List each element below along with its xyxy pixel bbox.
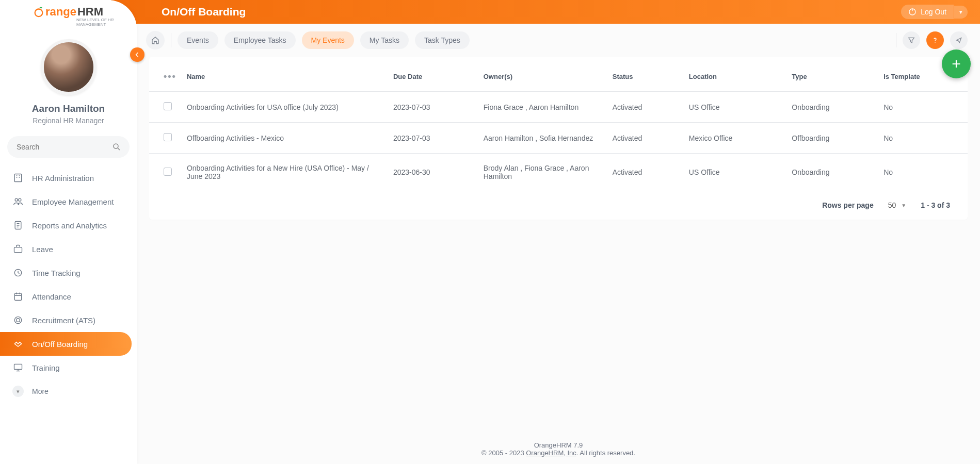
svg-point-20 — [14, 317, 21, 323]
nav-recruitment[interactable]: Recruitment (ATS) — [0, 308, 137, 332]
cell-status: Activated — [607, 92, 684, 123]
divider — [171, 33, 171, 47]
nav-reports[interactable]: Reports and Analytics — [0, 213, 137, 237]
home-button[interactable] — [146, 31, 165, 49]
cell-template: No — [878, 123, 968, 154]
logout-dropdown[interactable]: ▾ — [954, 6, 968, 19]
orange-icon — [33, 6, 44, 18]
search-input[interactable] — [15, 142, 112, 152]
page-title: On/Off Boarding — [137, 6, 246, 18]
sidebar-collapse-button[interactable] — [130, 47, 144, 62]
nav-hr-administration[interactable]: HR Administration — [0, 166, 137, 190]
svg-rect-14 — [14, 247, 22, 253]
nav-time-tracking[interactable]: Time Tracking — [0, 261, 137, 285]
avatar[interactable] — [41, 39, 97, 95]
nav-label: More — [32, 387, 49, 395]
table-row[interactable]: Onboarding Activities for a New Hire (US… — [149, 154, 968, 191]
building-icon — [12, 172, 24, 184]
report-icon — [12, 220, 24, 231]
nav-training[interactable]: Training — [0, 356, 137, 379]
footer-link[interactable]: OrangeHRM, Inc — [526, 449, 576, 457]
col-type[interactable]: Type — [786, 62, 878, 92]
nav-more[interactable]: ▾ More — [0, 379, 137, 403]
cell-owners: Aaron Hamilton , Sofia Hernandez — [478, 123, 607, 154]
training-icon — [12, 362, 24, 373]
help-button[interactable] — [926, 31, 944, 49]
plus-icon: + — [952, 55, 961, 73]
footer-copy-a: © 2005 - 2023 — [481, 449, 526, 457]
col-location[interactable]: Location — [684, 62, 787, 92]
add-button[interactable]: + — [942, 49, 971, 78]
nav-label: Training — [32, 363, 60, 372]
tab-task-types[interactable]: Task Types — [415, 31, 470, 49]
sidebar-nav: HR Administration Employee Management Re… — [0, 166, 137, 403]
cell-type: Onboarding — [786, 154, 878, 191]
sidebar-search[interactable] — [7, 136, 130, 158]
cell-location: US Office — [684, 154, 787, 191]
col-name[interactable]: Name — [182, 62, 388, 92]
svg-line-2 — [118, 148, 120, 150]
nav-label: Employee Management — [32, 197, 114, 206]
nav-label: Reports and Analytics — [32, 221, 107, 230]
col-status[interactable]: Status — [607, 62, 684, 92]
table-row[interactable]: Offboarding Activities - Mexico 2023-07-… — [149, 123, 968, 154]
user-role: Regional HR Manager — [0, 117, 137, 125]
nav-employee-management[interactable]: Employee Management — [0, 190, 137, 213]
nav-onoff-boarding[interactable]: On/Off Boarding — [0, 332, 132, 356]
calendar-icon — [12, 291, 24, 302]
cell-due: 2023-07-03 — [388, 92, 478, 123]
row-checkbox[interactable] — [164, 133, 172, 141]
footer: OrangeHRM 7.9 © 2005 - 2023 OrangeHRM, I… — [137, 431, 980, 464]
svg-point-8 — [15, 198, 18, 201]
filter-button[interactable] — [903, 31, 920, 49]
svg-point-1 — [114, 144, 118, 148]
row-checkbox[interactable] — [164, 102, 172, 110]
col-owners[interactable]: Owner(s) — [478, 62, 607, 92]
nav-label: HR Administration — [32, 174, 94, 183]
footer-copy-b: . All rights reserved. — [576, 449, 635, 457]
share-button[interactable] — [950, 31, 968, 49]
briefcase-icon — [12, 243, 24, 255]
cell-location: US Office — [684, 92, 787, 123]
nav-attendance[interactable]: Attendance — [0, 285, 137, 308]
target-icon — [12, 314, 24, 326]
svg-rect-22 — [14, 364, 22, 369]
rows-per-page-label: Rows per page — [822, 201, 874, 209]
handshake-icon — [12, 338, 24, 350]
cell-name: Offboarding Activities - Mexico — [182, 123, 388, 154]
tab-my-events[interactable]: My Events — [302, 31, 354, 49]
cell-name: Onboarding Activities for USA office (Ju… — [182, 92, 388, 123]
tab-employee-tasks[interactable]: Employee Tasks — [224, 31, 296, 49]
toolbar: Events Employee Tasks My Events My Tasks… — [137, 24, 980, 57]
chevron-down-icon: ▾ — [12, 386, 24, 397]
nav-label: Leave — [32, 245, 53, 254]
svg-rect-3 — [14, 174, 21, 182]
footer-version: OrangeHRM 7.9 — [137, 441, 980, 449]
nav-leave[interactable]: Leave — [0, 237, 137, 261]
col-due[interactable]: Due Date — [388, 62, 478, 92]
tab-events[interactable]: Events — [178, 31, 218, 49]
brand-logo: rangeHRM NEW LEVEL OF HR MANAGEMENT — [0, 0, 137, 27]
brand-tagline: NEW LEVEL OF HR MANAGEMENT — [33, 18, 137, 27]
home-icon — [151, 36, 160, 45]
events-table: ••• Name Due Date Owner(s) Status Locati… — [149, 62, 968, 191]
row-checkbox[interactable] — [164, 168, 172, 176]
cell-owners: Fiona Grace , Aaron Hamilton — [478, 92, 607, 123]
events-card: + ••• Name Due Date Owner(s) Status Loca… — [149, 57, 968, 220]
nav-label: On/Off Boarding — [32, 340, 88, 349]
page-range: 1 - 3 of 3 — [921, 201, 950, 209]
people-icon — [12, 196, 24, 207]
logout-button[interactable]: Log Out — [901, 5, 954, 19]
nav-label: Attendance — [32, 292, 71, 301]
cell-status: Activated — [607, 123, 684, 154]
table-row[interactable]: Onboarding Activities for USA office (Ju… — [149, 92, 968, 123]
topbar: On/Off Boarding Log Out ▾ — [111, 0, 980, 24]
cell-owners: Brody Alan , Fiona Grace , Aaron Hamilto… — [478, 154, 607, 191]
tab-my-tasks[interactable]: My Tasks — [360, 31, 409, 49]
row-actions-header[interactable]: ••• — [164, 71, 176, 81]
rows-per-page-select[interactable]: 50 ▼ — [888, 201, 906, 209]
nav-label: Recruitment (ATS) — [32, 316, 95, 325]
pagination: Rows per page 50 ▼ 1 - 3 of 3 — [149, 191, 968, 220]
help-icon — [931, 36, 939, 44]
share-icon — [955, 36, 963, 44]
